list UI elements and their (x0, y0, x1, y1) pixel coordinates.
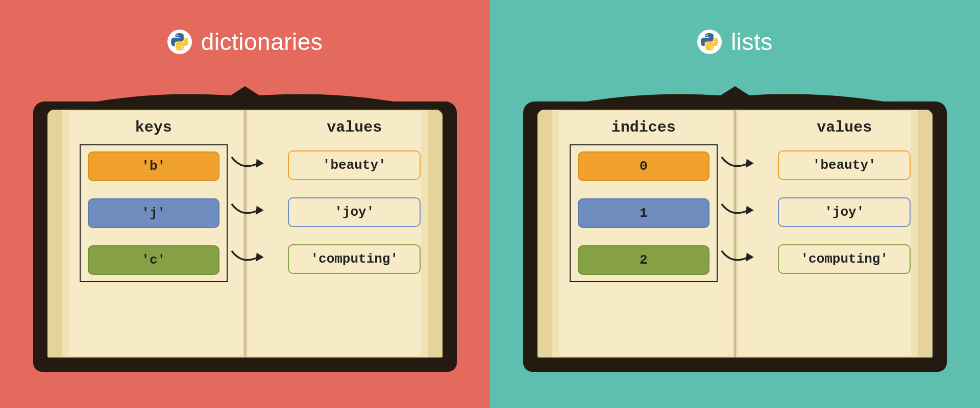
lists-panel: lists indices 0 1 2 (490, 0, 980, 408)
values-header: values (817, 119, 872, 136)
arrows-group (231, 119, 266, 274)
key-pill-b: 'b' (88, 151, 219, 181)
arrow-icon (231, 196, 266, 226)
left-page: indices 0 1 2 (537, 110, 736, 358)
arrow-icon (721, 149, 756, 179)
keys-header: keys (135, 119, 172, 136)
lists-book: indices 0 1 2 values (523, 86, 947, 372)
python-logo-icon (697, 30, 722, 54)
index-pill-1: 1 (578, 198, 709, 228)
book-top-curve (523, 86, 947, 112)
value-pill-computing: 'computing' (288, 244, 421, 274)
value-pill-beauty: 'beauty' (778, 150, 911, 180)
arrow-icon (231, 243, 266, 273)
book-top-curve (33, 86, 457, 112)
arrow-icon (721, 243, 756, 273)
index-pill-2: 2 (578, 245, 709, 275)
dictionaries-book: keys 'b' 'j' 'c' values (33, 86, 457, 372)
values-stack: 'beauty' 'joy' 'computing' (288, 150, 421, 274)
lists-title: lists (731, 28, 773, 56)
dictionaries-title-row: dictionaries (167, 28, 323, 56)
left-page: keys 'b' 'j' 'c' (47, 110, 246, 358)
values-stack: 'beauty' 'joy' 'computing' (778, 150, 911, 274)
indices-column: indices 0 1 2 (563, 119, 724, 348)
keys-column: keys 'b' 'j' 'c' (73, 119, 234, 348)
dictionaries-title: dictionaries (201, 28, 323, 56)
keys-box: 'b' 'j' 'c' (80, 144, 228, 282)
book-pages: keys 'b' 'j' 'c' values (47, 110, 443, 358)
diagram-container: dictionaries keys 'b' 'j' 'c' (0, 0, 980, 408)
lists-title-row: lists (697, 28, 773, 56)
indices-box: 0 1 2 (570, 144, 718, 282)
dictionaries-panel: dictionaries keys 'b' 'j' 'c' (0, 0, 490, 408)
values-column: values 'beauty' 'joy' 'computing' (746, 119, 943, 274)
index-pill-0: 0 (578, 151, 709, 181)
indices-header: indices (611, 119, 676, 136)
values-header: values (327, 119, 382, 136)
book-pages: indices 0 1 2 values (537, 110, 933, 358)
right-page: values 'beauty' 'joy' 'computing' (736, 110, 933, 358)
python-logo-icon (167, 30, 192, 54)
value-pill-joy: 'joy' (778, 197, 911, 227)
value-pill-joy: 'joy' (288, 197, 421, 227)
right-page: values 'beauty' 'joy' 'computing' (246, 110, 443, 358)
key-pill-c: 'c' (88, 245, 219, 275)
values-column: values 'beauty' 'joy' 'computing' (256, 119, 453, 274)
value-pill-beauty: 'beauty' (288, 150, 421, 180)
arrows-group (721, 119, 756, 274)
value-pill-computing: 'computing' (778, 244, 911, 274)
arrow-icon (231, 149, 266, 179)
arrow-icon (721, 196, 756, 226)
key-pill-j: 'j' (88, 198, 219, 228)
